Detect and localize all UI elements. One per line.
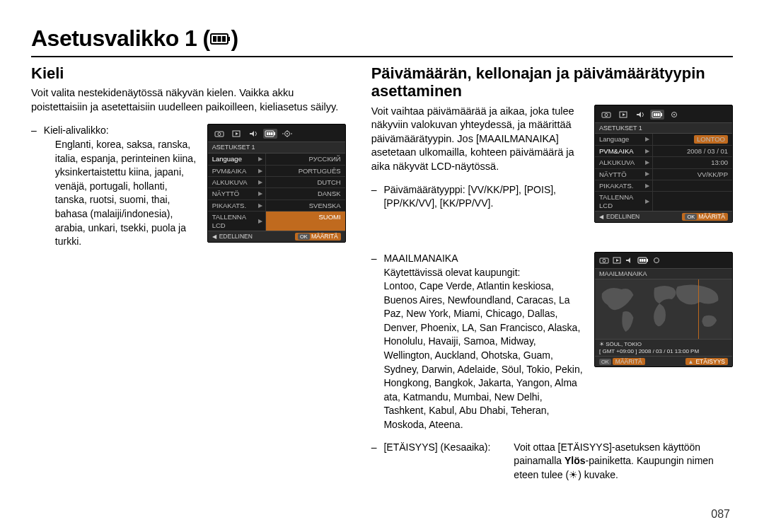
sound-mode-icon bbox=[625, 257, 635, 265]
worldtime-bullet: – MAAILMANAIKA Käytettävissä olevat kaup… bbox=[371, 252, 584, 436]
play-mode-icon bbox=[616, 110, 630, 120]
setup1-mode-icon bbox=[637, 257, 649, 265]
setup1-mode-icon bbox=[650, 110, 664, 120]
dash-icon: – bbox=[371, 252, 377, 432]
footer-back-label: EDELLINEN bbox=[599, 213, 639, 221]
lcd-row: PVM&AIKA▶PORTUGUÊS bbox=[208, 166, 345, 177]
lcd-footer: EDELLINEN OKMÄÄRITÄ bbox=[208, 231, 345, 242]
setup1-mode-icon bbox=[263, 129, 277, 139]
setup2-mode-icon bbox=[280, 129, 294, 139]
sound-mode-icon bbox=[633, 110, 647, 120]
lcd-footer: EDELLINEN OKMÄÄRITÄ bbox=[595, 211, 732, 222]
svg-rect-14 bbox=[271, 132, 273, 135]
svg-rect-3 bbox=[217, 36, 221, 42]
right-column: Päivämäärän, kellonajan ja päivämäärä­ty… bbox=[371, 64, 733, 487]
world-map-graphic bbox=[595, 279, 732, 339]
svg-point-22 bbox=[605, 113, 608, 116]
dst-sun-icon: ☀ bbox=[599, 341, 604, 347]
worldtime-sub: Käytettävissä olevat kaupungit: bbox=[383, 266, 584, 280]
lcd-panel-label: MAAILMANAIKA bbox=[595, 268, 732, 279]
setup2-mode-icon bbox=[652, 257, 661, 265]
lcd-tabbar bbox=[595, 108, 732, 122]
svg-rect-30 bbox=[658, 113, 660, 116]
svg-marker-9 bbox=[250, 131, 254, 137]
dash-icon: – bbox=[31, 124, 37, 248]
datetime-intro: Voit vaihtaa päivämäärää ja aikaa, joka … bbox=[371, 105, 584, 174]
lcd-row: TALLENNA LCD▶SUOMI bbox=[208, 212, 345, 231]
play-mode-icon bbox=[612, 257, 622, 265]
language-submenu-label: Kieli-alivalikko: bbox=[44, 124, 197, 138]
camera-mode-icon bbox=[599, 110, 613, 120]
dst-text-c: ) kuvake. bbox=[578, 469, 618, 480]
dash-icon: – bbox=[371, 441, 377, 482]
svg-rect-41 bbox=[642, 259, 644, 262]
lcd-tabbar bbox=[595, 255, 732, 268]
lcd-row: PIKAKATS.▶ bbox=[595, 180, 732, 192]
svg-rect-42 bbox=[644, 259, 646, 262]
date-format-label: Päivämäärätyyppi: bbox=[383, 184, 465, 195]
lcd-row: ALKUKUVA▶13:00 bbox=[595, 157, 732, 168]
svg-rect-28 bbox=[654, 113, 656, 116]
lcd-row: Language▶LONTOO bbox=[595, 134, 732, 145]
lcd-footer: OKMÄÄRITÄ ETÄISYYS bbox=[595, 356, 732, 366]
lcd-tabbar bbox=[208, 127, 345, 141]
setup2-mode-icon bbox=[667, 110, 681, 120]
svg-point-43 bbox=[654, 258, 659, 262]
svg-rect-27 bbox=[661, 113, 662, 116]
svg-point-16 bbox=[286, 133, 288, 134]
dst-bullet: – [ETÄISYYS] (Kesaaika): Voit ottaa [ETÄ… bbox=[371, 441, 733, 482]
sound-mode-icon bbox=[246, 129, 260, 139]
page-number: 087 bbox=[711, 508, 730, 521]
lcd-language-panel: ASETUKSET 1 Language▶РУССКИЙ PVM&AIKA▶PO… bbox=[207, 124, 346, 242]
lcd-row: ALKUKUVA▶DUTCH bbox=[208, 177, 345, 188]
svg-rect-29 bbox=[656, 113, 658, 116]
dst-sun-icon: ☀ bbox=[569, 468, 578, 482]
setup-menu-icon: () bbox=[202, 25, 238, 52]
svg-rect-4 bbox=[222, 36, 226, 42]
svg-rect-11 bbox=[274, 132, 275, 135]
svg-marker-37 bbox=[626, 258, 630, 263]
lcd-row: NÄYTTÖ▶VV/KK/PP bbox=[595, 169, 732, 180]
lcd-worldmap-panel: MAAILMANAIKA ☀ SÖUL, TOKIO bbox=[594, 252, 733, 367]
svg-marker-8 bbox=[236, 132, 238, 135]
content-columns: Kieli Voit valita nestekidenäytössä näky… bbox=[31, 64, 733, 487]
worldtime-cities: Lontoo, Cape Verde, Atlantin keskiosa, B… bbox=[383, 279, 584, 432]
lcd-datetime-panel: ASETUKSET 1 Language▶LONTOO PVM&AIKA▶200… bbox=[594, 105, 733, 223]
map-info: ☀ SÖUL, TOKIO [ GMT +09:00 ] 2008 / 03 /… bbox=[595, 339, 732, 356]
date-format-bullet: – Päivämäärätyyppi: [VV/KK/PP], [POIS], … bbox=[371, 183, 567, 211]
svg-marker-24 bbox=[623, 113, 625, 116]
lcd-row: PIKAKATS.▶SVENSKA bbox=[208, 200, 345, 212]
svg-marker-25 bbox=[637, 112, 641, 117]
svg-point-34 bbox=[603, 259, 606, 262]
page-title: Asetusvalikko 1 () bbox=[31, 25, 733, 57]
camera-mode-icon bbox=[599, 257, 609, 265]
dash-icon: – bbox=[371, 183, 377, 211]
svg-rect-2 bbox=[213, 36, 216, 42]
svg-rect-40 bbox=[639, 259, 642, 262]
left-column: Kieli Voit valita nestekidenäytössä näky… bbox=[31, 64, 346, 487]
section-heading-datetime: Päivämäärän, kellonajan ja päivämäärä­ty… bbox=[371, 64, 733, 100]
lcd-panel-label: ASETUKSET 1 bbox=[595, 122, 732, 134]
play-mode-icon bbox=[229, 129, 243, 139]
svg-rect-39 bbox=[647, 259, 648, 262]
lcd-row: PVM&AIKA▶2008 / 03 / 01 bbox=[595, 146, 732, 157]
lcd-list: Language▶LONTOO PVM&AIKA▶2008 / 03 / 01 … bbox=[595, 134, 732, 211]
svg-rect-13 bbox=[269, 132, 271, 135]
language-intro: Voit valita nestekidenäytössä näkyvän ki… bbox=[31, 86, 346, 114]
language-body-row: – Kieli-alivalikko: Englanti, korea, sak… bbox=[31, 124, 346, 253]
svg-point-6 bbox=[218, 133, 221, 136]
camera-mode-icon bbox=[212, 129, 226, 139]
section-heading-language: Kieli bbox=[31, 64, 346, 82]
lcd-row: Language▶РУССКИЙ bbox=[208, 154, 345, 165]
worldtime-row: – MAAILMANAIKA Käytettävissä olevat kaup… bbox=[371, 252, 733, 436]
lcd-row: NÄYTTÖ▶DANSK bbox=[208, 188, 345, 200]
svg-rect-12 bbox=[267, 132, 269, 135]
language-list: Englanti, korea, saksa, ranska, italia, … bbox=[55, 138, 197, 249]
page-title-text: Asetusvalikko 1 bbox=[31, 25, 197, 52]
dst-label: [ETÄISYYS] (Kesaaika): bbox=[383, 441, 511, 455]
svg-rect-1 bbox=[228, 37, 230, 41]
lcd-list: Language▶РУССКИЙ PVM&AIKA▶PORTUGUÊS ALKU… bbox=[208, 154, 345, 231]
lcd-row: TALLENNA LCD▶ bbox=[595, 192, 732, 211]
lcd-panel-label: ASETUKSET 1 bbox=[208, 141, 345, 154]
dst-bold: Ylös bbox=[565, 455, 586, 466]
